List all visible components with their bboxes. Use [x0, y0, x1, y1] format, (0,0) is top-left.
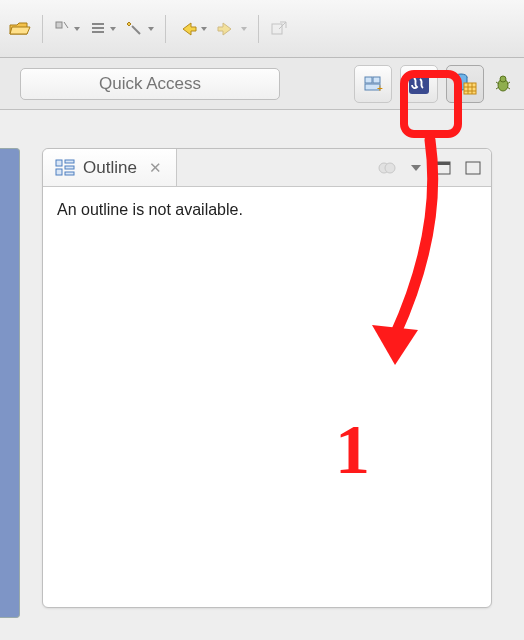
svg-rect-28: [65, 160, 74, 163]
db-perspective-button[interactable]: [446, 65, 484, 103]
svg-rect-34: [436, 162, 450, 165]
external-tool-button[interactable]: [267, 16, 293, 42]
open-perspective-button[interactable]: +: [354, 65, 392, 103]
svg-rect-29: [65, 166, 74, 169]
svg-rect-9: [365, 77, 372, 83]
bug-icon: [493, 74, 513, 94]
main-toolbar: [0, 0, 524, 58]
toolbar-separator: [42, 15, 43, 43]
java-perspective-button[interactable]: [400, 65, 438, 103]
outline-empty-message: An outline is not available.: [57, 201, 243, 218]
outline-tab-label: Outline: [83, 158, 137, 178]
svg-rect-3: [92, 27, 104, 29]
focus-icon[interactable]: [377, 159, 397, 177]
open-folder-button[interactable]: [6, 16, 34, 42]
close-tab-button[interactable]: ✕: [149, 159, 162, 177]
toolbar-dropdown-2[interactable]: [87, 16, 119, 42]
open-perspective-icon: +: [363, 74, 383, 94]
perspective-switcher: +: [354, 65, 516, 103]
toolbar-dropdown-1[interactable]: [51, 16, 83, 42]
minimized-view-stack[interactable]: [0, 148, 20, 618]
quick-access-input[interactable]: [20, 68, 280, 100]
java-perspective-icon: [408, 73, 430, 95]
outline-body: An outline is not available.: [43, 187, 491, 233]
list-dropdown-icon: [90, 20, 108, 38]
search-perspective-bar: +: [0, 58, 524, 110]
svg-rect-0: [56, 22, 62, 28]
svg-rect-4: [92, 31, 104, 33]
back-button[interactable]: [174, 16, 210, 42]
svg-rect-15: [464, 83, 476, 94]
svg-rect-30: [65, 172, 74, 175]
svg-rect-26: [56, 160, 62, 166]
new-wand-button[interactable]: [123, 16, 157, 42]
outline-tab[interactable]: Outline ✕: [43, 149, 177, 186]
toolbar-separator: [165, 15, 166, 43]
view-menu-button[interactable]: [411, 165, 421, 171]
svg-rect-13: [409, 74, 429, 94]
svg-rect-7: [272, 24, 282, 34]
outline-view: Outline ✕ An outline is not available: [42, 148, 492, 608]
db-perspective-icon: [453, 72, 477, 96]
workspace: Outline ✕ An outline is not available: [0, 120, 524, 640]
maximize-view-button[interactable]: [465, 161, 481, 175]
svg-marker-5: [127, 22, 131, 26]
svg-point-21: [500, 76, 506, 82]
wand-dropdown-icon: [54, 20, 72, 38]
back-arrow-icon: [177, 20, 199, 38]
new-wand-icon: [126, 20, 146, 38]
toolbar-separator: [258, 15, 259, 43]
svg-line-1: [64, 22, 68, 28]
svg-rect-35: [466, 162, 480, 174]
svg-point-32: [385, 163, 395, 173]
minimize-view-button[interactable]: [435, 161, 451, 175]
forward-arrow-icon: [217, 20, 239, 38]
view-tab-row: Outline ✕: [43, 149, 491, 187]
external-tool-icon: [270, 20, 290, 38]
debug-perspective-button[interactable]: [490, 71, 516, 97]
svg-rect-27: [56, 169, 62, 175]
open-folder-icon: [9, 20, 31, 38]
svg-line-6: [132, 26, 140, 34]
forward-button[interactable]: [214, 16, 250, 42]
view-toolbar: [377, 149, 491, 186]
svg-rect-2: [92, 23, 104, 25]
svg-text:+: +: [377, 83, 383, 94]
outline-icon: [55, 159, 75, 177]
